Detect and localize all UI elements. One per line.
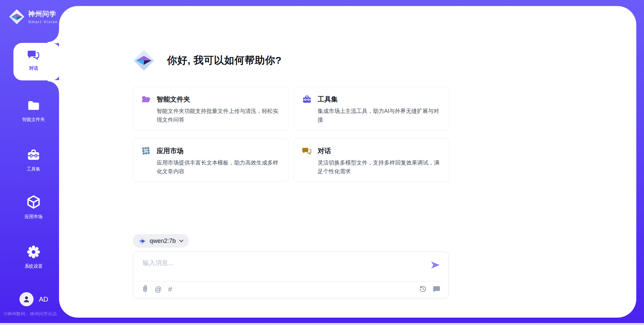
chat-icon: [27, 48, 40, 61]
card-title: 智能文件夹: [157, 95, 190, 104]
pixel-cube-icon: [141, 146, 151, 155]
brand: 神州问学 Smart Vision: [9, 9, 59, 25]
gear-icon: [26, 245, 41, 259]
card-smart-folder[interactable]: 智能文件夹 智能文件夹功能支持批量文件上传与清洗，轻松实现文件问答: [133, 87, 288, 130]
person-icon: [22, 295, 31, 303]
chevron-down-icon: [179, 240, 183, 243]
mention-icon[interactable]: @: [155, 285, 162, 292]
composer-toolbar: @ #: [142, 285, 440, 293]
card-toolset[interactable]: 工具集 集成市场上主流工具，助力AI与外界无缝扩展与对接: [294, 87, 449, 130]
briefcase-icon: [26, 148, 41, 162]
tab-curve-bottom: [48, 80, 59, 92]
card-title: 对话: [318, 146, 331, 155]
sidebar-item-tools[interactable]: 工具集: [4, 148, 63, 172]
sidebar-item-settings[interactable]: 系统设置: [4, 245, 63, 269]
tab-curve-top: [48, 31, 59, 43]
feature-cards: 智能文件夹 智能文件夹功能支持批量文件上传与清洗，轻松实现文件问答 工具集 集成…: [133, 87, 449, 182]
model-name: qwen2:7b: [150, 238, 176, 245]
history-icon[interactable]: [419, 285, 427, 293]
sidebar-item-label: 应用市场: [4, 214, 63, 220]
card-description: 灵活切换多模型文件，支持多样回复效果调试，满足个性化需求: [318, 158, 441, 176]
model-logo-icon: [138, 237, 146, 245]
send-icon[interactable]: [430, 261, 440, 269]
card-title: 工具集: [318, 95, 338, 104]
composer-divider: [139, 281, 442, 281]
user-profile[interactable]: AD: [19, 292, 48, 306]
model-selector[interactable]: qwen2:7b: [133, 234, 189, 248]
message-input[interactable]: [143, 259, 424, 279]
briefcase-icon: [302, 94, 312, 104]
card-app-market[interactable]: 应用市场 应用市场提供丰富长文本模板，助力高效生成多样化文章内容: [133, 138, 288, 182]
sidebar: 神州问学 Smart Vision 对话 智能文件夹: [0, 0, 59, 325]
avatar: [19, 292, 34, 306]
user-name: AD: [39, 296, 48, 303]
card-description: 应用市场提供丰富长文本模板，助力高效生成多样化文章内容: [157, 158, 280, 176]
brand-logo-icon: [9, 9, 25, 25]
hashtag-icon[interactable]: #: [168, 285, 172, 292]
greeting-text: 你好, 我可以如何帮助你?: [167, 54, 282, 67]
sidebar-item-label: 对话: [4, 65, 63, 71]
folder-icon: [27, 99, 40, 112]
card-description: 集成市场上主流工具，助力AI与外界无缝扩展与对接: [318, 107, 441, 124]
copyright-footer: ©神州数码 · 神州问学出品: [4, 311, 64, 317]
card-title: 应用市场: [157, 146, 183, 155]
folder-open-icon: [141, 94, 151, 104]
cube-icon: [26, 195, 41, 209]
sidebar-item-folders[interactable]: 智能文件夹: [4, 99, 63, 123]
card-description: 智能文件夹功能支持批量文件上传与清洗，轻松实现文件问答: [157, 107, 280, 124]
brand-subtitle: Smart Vision: [28, 20, 58, 24]
card-chat[interactable]: 对话 灵活切换多模型文件，支持多样回复效果调试，满足个性化需求: [294, 138, 449, 182]
message-composer: @ #: [133, 252, 449, 298]
greeting: 你好, 我可以如何帮助你?: [133, 49, 282, 71]
sidebar-item-label: 工具集: [4, 166, 63, 172]
chat-icon: [302, 146, 312, 155]
window-bottom-edge: [0, 323, 644, 325]
attachment-icon[interactable]: [142, 285, 148, 293]
brand-name: 神州问学: [28, 10, 56, 17]
sidebar-item-label: 智能文件夹: [4, 117, 63, 123]
feedback-bubble-icon[interactable]: [433, 285, 440, 293]
sidebar-item-chat[interactable]: 对话: [4, 48, 63, 71]
sidebar-item-label: 系统设置: [4, 263, 63, 269]
app-logo-icon: [133, 49, 155, 71]
sidebar-item-market[interactable]: 应用市场: [4, 195, 63, 220]
